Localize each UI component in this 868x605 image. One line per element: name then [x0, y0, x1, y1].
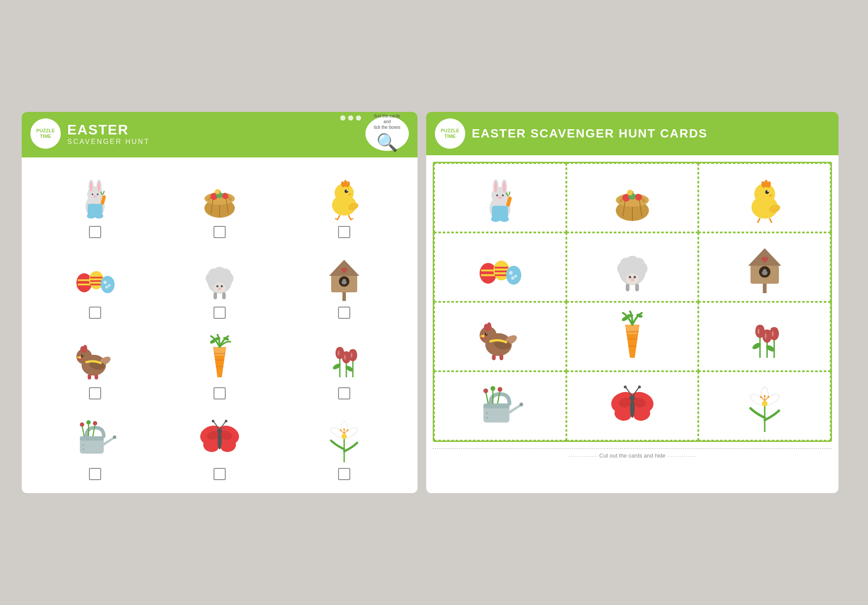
card-birdhouse [698, 232, 831, 302]
svg-point-160 [633, 190, 638, 194]
svg-point-254 [624, 386, 627, 389]
magnifier-badge: find the cardsandtick the boxes 🔍 [365, 116, 409, 151]
svg-point-233 [765, 333, 766, 339]
svg-point-113 [82, 444, 84, 446]
checkbox-bunny[interactable] [89, 226, 101, 238]
svg-point-8 [93, 196, 97, 198]
svg-rect-236 [483, 404, 510, 409]
item-cell-basket [159, 166, 279, 242]
svg-point-179 [506, 266, 522, 285]
svg-point-149 [491, 216, 501, 222]
svg-rect-211 [492, 354, 496, 360]
item-cell-lily [284, 408, 404, 484]
lily-image [318, 412, 370, 464]
svg-point-227 [756, 325, 763, 330]
svg-line-148 [509, 192, 510, 196]
main-container: PUZZLE TIME EASTER SCAVENGER HUNT find t… [22, 112, 846, 493]
svg-rect-61 [214, 292, 217, 299]
svg-point-129 [342, 434, 347, 439]
checkbox-lily[interactable] [338, 468, 350, 480]
svg-point-181 [514, 275, 517, 278]
svg-point-106 [113, 435, 116, 439]
svg-point-75 [81, 354, 84, 357]
butterfly-svg [196, 415, 243, 462]
bunny-svg [71, 173, 119, 220]
svg-point-110 [80, 422, 84, 427]
chick-svg [320, 173, 368, 220]
svg-point-141 [503, 181, 506, 193]
card-sheep [566, 232, 699, 302]
card-watering-can-svg [474, 380, 526, 432]
carrot-image [194, 332, 246, 384]
svg-point-190 [629, 276, 631, 278]
card-birdhouse-svg [739, 241, 791, 293]
svg-point-49 [108, 284, 111, 287]
svg-point-133 [347, 429, 349, 431]
svg-point-114 [82, 448, 84, 451]
hen-image [69, 332, 121, 384]
left-header: PUZZLE TIME EASTER SCAVENGER HUNT find t… [22, 112, 418, 157]
puzzle-label-left: PUZZLE [36, 128, 55, 134]
magnifier-icon: 🔍 [376, 130, 398, 154]
checkbox-carrot[interactable] [214, 387, 226, 399]
watering-can-image [69, 412, 121, 464]
time-label-right: TIME [444, 134, 456, 139]
checkbox-butterfly[interactable] [214, 468, 226, 480]
svg-point-234 [772, 331, 773, 337]
checkbox-sheep[interactable] [214, 307, 226, 319]
svg-point-50 [105, 286, 108, 289]
item-cell-watering-can [35, 408, 155, 484]
svg-point-143 [502, 194, 504, 196]
checkbox-birdhouse[interactable] [338, 307, 350, 319]
svg-point-3 [90, 181, 92, 192]
card-bunny [434, 163, 566, 232]
flowers-image [318, 332, 370, 384]
checkbox-chick[interactable] [338, 226, 350, 238]
sheep-image [194, 251, 246, 303]
svg-point-135 [340, 429, 342, 431]
card-carrot-svg [606, 311, 658, 363]
svg-point-200 [763, 269, 766, 273]
checkbox-hen[interactable] [89, 387, 101, 399]
svg-point-205 [487, 322, 492, 331]
item-cell-eggs [35, 247, 155, 323]
magnifier-text: find the cardsandtick the boxes [374, 113, 400, 130]
time-label-left: TIME [40, 134, 51, 139]
puzzle-time-badge-right: PUZZLE TIME [435, 118, 465, 149]
left-panel: PUZZLE TIME EASTER SCAVENGER HUNT find t… [22, 112, 418, 493]
svg-point-103 [351, 353, 352, 358]
item-cell-bunny [35, 166, 155, 242]
checkbox-watering-can[interactable] [89, 468, 101, 480]
svg-point-101 [338, 350, 339, 356]
item-cell-butterfly [159, 408, 279, 484]
svg-point-7 [97, 193, 99, 195]
card-flowers-svg [739, 311, 791, 363]
svg-point-112 [93, 421, 97, 425]
svg-rect-212 [500, 354, 503, 360]
svg-rect-193 [626, 284, 630, 291]
card-basket [566, 163, 699, 232]
item-cell-flowers [284, 327, 404, 404]
svg-point-237 [519, 402, 523, 406]
checkbox-eggs[interactable] [89, 307, 101, 319]
svg-point-264 [767, 396, 769, 398]
sheep-svg [196, 253, 243, 301]
svg-point-245 [486, 417, 488, 419]
item-cell-sheep [159, 247, 279, 323]
puzzle-time-badge-left: PUZZLE TIME [30, 118, 61, 149]
svg-line-107 [82, 425, 84, 436]
svg-point-76 [82, 355, 83, 356]
svg-point-252 [630, 399, 635, 418]
checkbox-basket[interactable] [214, 226, 226, 238]
card-chick-svg [739, 172, 791, 224]
eggs-svg [71, 253, 119, 301]
checkbox-flowers[interactable] [338, 387, 350, 399]
svg-line-238 [486, 392, 488, 403]
svg-point-68 [342, 279, 346, 282]
svg-point-144 [498, 196, 502, 199]
svg-point-100 [349, 349, 356, 354]
svg-point-95 [336, 347, 343, 352]
svg-line-34 [338, 215, 340, 219]
butterfly-image [194, 412, 246, 464]
svg-point-241 [483, 389, 488, 393]
